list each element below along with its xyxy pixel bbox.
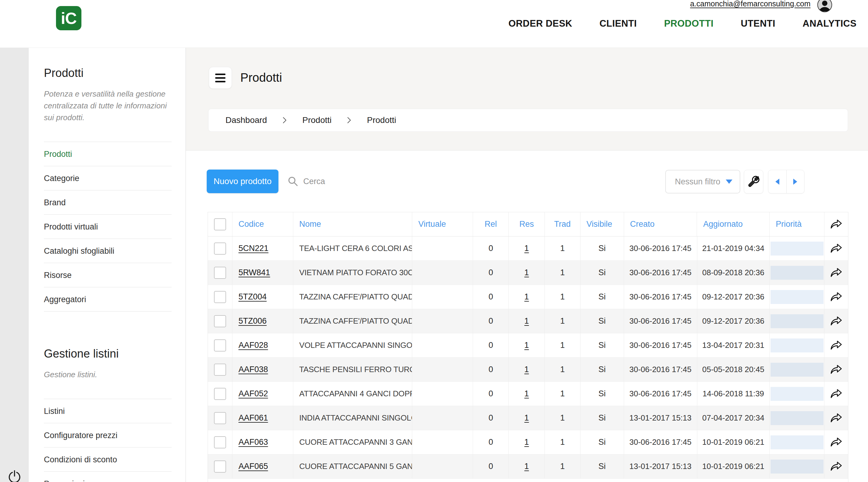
res-link[interactable]: 1 [525,341,529,350]
product-code-link[interactable]: AAF061 [239,413,268,423]
column-header-virtuale[interactable]: Virtuale [412,212,473,236]
nav-item-analytics[interactable]: ANALYTICS [803,18,857,29]
left-rail [0,48,29,482]
share-icon[interactable] [830,218,843,231]
priority-bar[interactable] [771,314,824,328]
column-header-res[interactable]: Res [509,212,545,236]
column-header-priorit[interactable]: Priorità [770,212,825,236]
priority-bar[interactable] [771,266,824,280]
priority-bar[interactable] [771,242,824,255]
sidebar-item-prodotti[interactable]: Prodotti [44,142,172,166]
column-header-codice[interactable]: Codice [232,212,293,236]
sidebar-item-configuratore-prezzi[interactable]: Configuratore prezzi [44,423,172,448]
sidebar-item-categorie[interactable]: Categorie [44,166,172,190]
select-all-checkbox[interactable] [214,218,226,231]
app-logo[interactable]: iC [56,6,82,30]
nav-item-prodotti[interactable]: PRODOTTI [664,18,713,29]
res-link[interactable]: 1 [525,365,529,374]
new-product-button[interactable]: Nuovo prodotto [207,170,278,193]
sidebar-item-prodotti-virtuali[interactable]: Prodotti virtuali [44,215,172,239]
nav-item-utenti[interactable]: UTENTI [741,18,775,29]
sidebar-item-condizioni-di-sconto[interactable]: Condizioni di sconto [44,448,172,472]
breadcrumb-item-prodotti-current[interactable]: Prodotti [367,115,396,125]
priority-bar[interactable] [771,290,824,304]
sidebar-item-promozioni[interactable]: Promozioni [44,472,172,482]
pager-prev-button[interactable] [768,170,786,193]
priority-bar[interactable] [771,435,824,449]
creato-value: 30-06-2016 17:45 [629,292,691,302]
column-header-nome[interactable]: Nome [293,212,412,236]
share-icon[interactable] [830,339,843,352]
res-link[interactable]: 1 [525,244,529,253]
row-checkbox[interactable] [214,436,226,448]
share-icon[interactable] [830,460,843,473]
share-icon[interactable] [830,291,843,303]
nav-item-order-desk[interactable]: ORDER DESK [508,18,572,29]
search-input[interactable] [303,177,369,186]
res-link[interactable]: 1 [525,317,529,326]
res-link[interactable]: 1 [525,268,529,277]
res-link[interactable]: 1 [525,413,529,423]
share-icon[interactable] [830,388,843,400]
creato-value: 30-06-2016 17:45 [629,438,691,447]
share-icon[interactable] [830,436,843,448]
product-code-link[interactable]: AAF038 [239,365,268,374]
share-icon[interactable] [830,412,843,424]
product-code-link[interactable]: AAF063 [239,438,268,447]
breadcrumb-item-dashboard[interactable]: Dashboard [225,115,267,125]
row-checkbox[interactable] [214,315,226,327]
priority-bar[interactable] [771,387,824,401]
priority-bar[interactable] [771,363,824,376]
sidebar-item-cataloghi-sfogliabili[interactable]: Cataloghi sfogliabili [44,239,172,263]
row-checkbox[interactable] [214,364,226,376]
priority-bar[interactable] [771,338,824,353]
sidebar-item-aggregatori[interactable]: Aggregatori [44,287,172,311]
row-checkbox[interactable] [214,460,226,473]
app-root: iC a.camonchia@femarconsulting.com ORDER… [0,0,868,482]
row-checkbox[interactable] [214,339,226,352]
filter-dropdown[interactable]: Nessun filtro [665,170,740,193]
res-link[interactable]: 1 [525,389,529,398]
priority-bar[interactable] [771,411,824,425]
column-header-trad[interactable]: Trad [545,212,581,236]
res-link[interactable]: 1 [525,462,529,471]
row-checkbox[interactable] [214,291,226,303]
row-checkbox[interactable] [214,267,226,279]
share-icon[interactable] [830,315,843,327]
user-avatar-icon[interactable] [817,0,832,12]
product-code-link[interactable]: 5TZ006 [239,317,267,326]
priority-bar[interactable] [771,460,824,474]
sidebar-item-brand[interactable]: Brand [44,190,172,215]
column-header-aggiornato[interactable]: Aggiornato [697,212,770,236]
sidebar-item-risorse[interactable]: Risorse [44,263,172,287]
product-code-link[interactable]: AAF028 [239,341,268,350]
row-checkbox[interactable] [214,388,226,400]
product-code-link[interactable]: 5RW841 [239,268,270,277]
row-checkbox[interactable] [214,412,226,424]
sidebar-section-title: Prodotti [44,67,172,80]
share-icon[interactable] [830,242,843,254]
column-header-creato[interactable]: Creato [624,212,697,236]
visibile-value: Si [598,317,606,326]
power-icon[interactable] [7,469,22,482]
pager-next-button[interactable] [786,170,804,193]
column-header-visibile[interactable]: Visibile [581,212,624,236]
share-icon[interactable] [830,267,843,279]
product-code-link[interactable]: AAF052 [239,389,268,398]
breadcrumb-item-prodotti[interactable]: Prodotti [302,115,332,125]
product-code-link[interactable]: AAF065 [239,462,268,471]
nav-item-clienti[interactable]: CLIENTI [599,18,637,29]
user-email-link[interactable]: a.camonchia@femarconsulting.com [690,0,810,8]
share-icon[interactable] [830,364,843,376]
column-header-rel[interactable]: Rel [473,212,509,236]
sidebar-item-listini[interactable]: Listini [44,399,172,423]
product-code-link[interactable]: 5TZ004 [239,292,267,302]
res-link[interactable]: 1 [525,438,529,447]
table-row: AAF052 ATTACCAPANNI 4 GANCI DOPPI ... 0 … [208,382,848,406]
res-link[interactable]: 1 [525,292,529,302]
top-nav: ORDER DESKCLIENTIPRODOTTIUTENTIANALYTICS [508,18,857,29]
hamburger-menu-button[interactable] [209,67,232,89]
table-settings-button[interactable] [744,170,763,193]
product-code-link[interactable]: 5CN221 [239,244,269,253]
row-checkbox[interactable] [214,242,226,254]
